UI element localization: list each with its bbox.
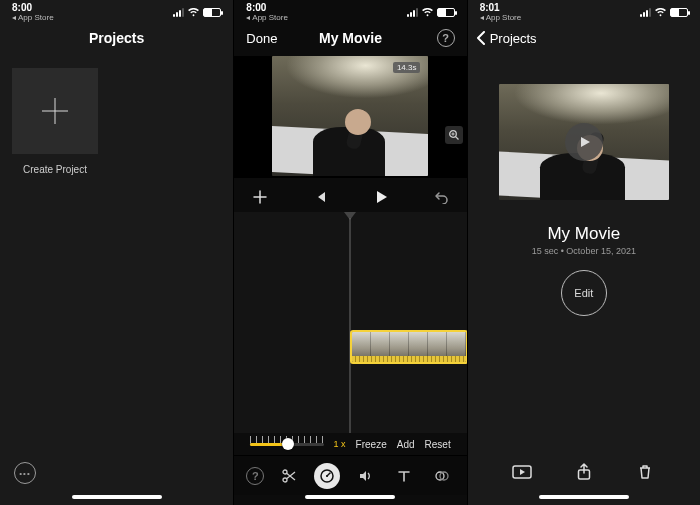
play-icon <box>576 134 592 150</box>
speed-controls: 1 x Freeze Add Reset <box>234 433 466 455</box>
speed-slider[interactable] <box>250 434 323 454</box>
project-title: My Movie <box>468 224 700 244</box>
transport-bar <box>234 182 466 212</box>
play-fullscreen-button[interactable] <box>511 461 533 483</box>
cell-signal-icon <box>173 8 184 17</box>
status-time: 8:00 <box>246 3 288 13</box>
create-project-label: Create Project <box>12 164 98 175</box>
add-media-button[interactable] <box>250 187 270 207</box>
wifi-icon <box>655 8 666 17</box>
battery-icon <box>437 8 455 17</box>
create-project-tile[interactable] <box>12 68 98 154</box>
done-button[interactable]: Done <box>246 31 277 46</box>
audio-waveform <box>352 356 466 362</box>
editor-toolbar: ? <box>234 455 466 495</box>
speed-tool[interactable] <box>314 463 340 489</box>
projects-header-title: Projects <box>89 30 144 46</box>
status-bar: 8:00 App Store <box>234 0 466 20</box>
scissors-icon <box>281 468 297 484</box>
filters-tool[interactable] <box>429 463 455 489</box>
svg-line-1 <box>455 137 458 140</box>
detail-footer <box>468 449 700 495</box>
skip-start-button[interactable] <box>310 187 330 207</box>
freeze-button[interactable]: Freeze <box>356 439 387 450</box>
battery-icon <box>203 8 221 17</box>
edit-button[interactable]: Edit <box>561 270 607 316</box>
home-indicator[interactable] <box>305 495 395 499</box>
wifi-icon <box>188 8 199 17</box>
projects-pane: 8:00 App Store Projects Create Project •… <box>0 0 233 505</box>
status-time: 8:01 <box>480 3 522 13</box>
status-bar: 8:00 App Store <box>0 0 233 20</box>
chevron-left-icon <box>476 31 486 45</box>
back-label: Projects <box>490 31 537 46</box>
editor-title: My Movie <box>319 30 382 46</box>
volume-tool[interactable] <box>352 463 378 489</box>
text-icon <box>397 469 411 483</box>
speedometer-icon <box>319 468 335 484</box>
status-bar: 8:01 App Store <box>468 0 700 20</box>
svg-point-4 <box>283 470 287 474</box>
undo-button[interactable] <box>431 187 451 207</box>
wifi-icon <box>422 8 433 17</box>
cell-signal-icon <box>407 8 418 17</box>
play-overlay[interactable] <box>565 123 603 161</box>
more-options-button[interactable]: ••• <box>14 462 36 484</box>
play-button[interactable] <box>371 187 391 207</box>
titles-tool[interactable] <box>391 463 417 489</box>
project-meta: 15 sec • October 15, 2021 <box>468 246 700 256</box>
detail-header: Projects <box>468 20 700 56</box>
home-indicator[interactable] <box>72 495 162 499</box>
cell-signal-icon <box>640 8 651 17</box>
back-button[interactable]: Projects <box>476 31 537 46</box>
timestamp-chip: 14.3s <box>393 62 421 73</box>
help-button[interactable]: ? <box>437 29 455 47</box>
add-button[interactable]: Add <box>397 439 415 450</box>
cut-tool[interactable] <box>276 463 302 489</box>
speaker-icon <box>357 468 373 484</box>
video-preview[interactable]: 14.3s <box>272 56 428 176</box>
home-indicator[interactable] <box>539 495 629 499</box>
video-clip[interactable] <box>350 330 466 364</box>
editor-pane: 8:00 App Store Done My Movie ? 14.3s <box>233 0 466 505</box>
reset-button[interactable]: Reset <box>425 439 451 450</box>
speed-value: 1 x <box>334 439 346 449</box>
project-detail-pane: 8:01 App Store Projects My Movie 1 <box>467 0 700 505</box>
share-button[interactable] <box>573 461 595 483</box>
playhead-line[interactable] <box>350 218 351 433</box>
plus-icon <box>42 98 68 124</box>
svg-point-7 <box>326 475 328 477</box>
svg-point-5 <box>283 478 287 482</box>
status-time: 8:00 <box>12 3 54 13</box>
zoom-button[interactable] <box>445 126 463 144</box>
timeline[interactable] <box>234 212 466 433</box>
battery-icon <box>670 8 688 17</box>
magnifier-icon <box>448 129 460 141</box>
delete-button[interactable] <box>634 461 656 483</box>
project-thumbnail[interactable] <box>499 84 669 200</box>
overlap-circles-icon <box>434 468 450 484</box>
projects-header: Projects <box>0 20 233 56</box>
editor-header: Done My Movie ? <box>234 20 466 56</box>
help-button[interactable]: ? <box>246 467 264 485</box>
